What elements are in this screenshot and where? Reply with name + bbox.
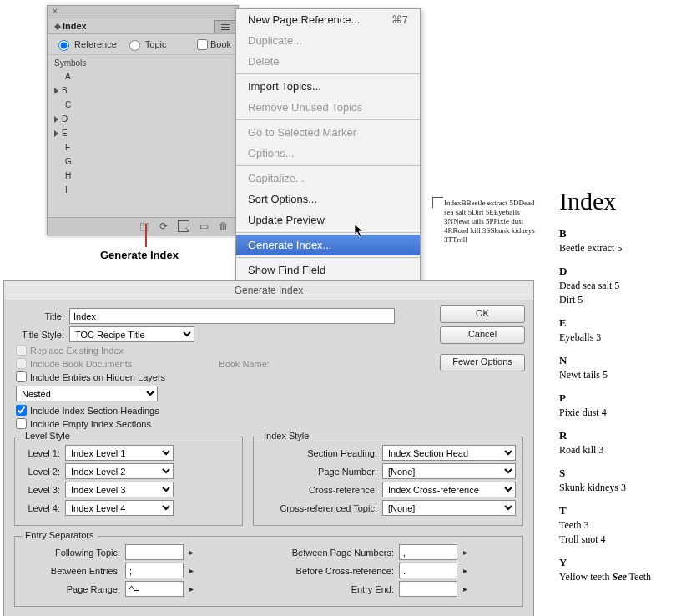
letter-label: D	[62, 114, 68, 124]
layout-select[interactable]: Nested	[16, 386, 158, 401]
page-number-label: Page Number:	[260, 467, 382, 477]
between-entries-menu[interactable]: ▸	[185, 563, 197, 578]
menu-item-label: Sort Options...	[248, 193, 317, 205]
index-section-heading: D	[559, 265, 676, 278]
letter-row-E[interactable]: E	[54, 126, 238, 140]
index-entry: Pixie dust 4	[559, 406, 676, 419]
symbols-header: Symbols	[54, 57, 238, 69]
cursor-icon	[354, 224, 366, 239]
new-entry-icon[interactable]: ⬚	[138, 220, 149, 232]
menu-separator	[236, 232, 420, 233]
mode-book[interactable]: Book	[197, 39, 231, 50]
level2-select[interactable]: Index Level 2	[65, 463, 174, 479]
level4-label: Level 4:	[22, 503, 65, 513]
menu-separator	[236, 73, 420, 74]
cross-ref-topic-select[interactable]: [None]	[382, 500, 516, 516]
menu-item: Options...	[236, 143, 420, 164]
mode-reference[interactable]: Reference	[54, 38, 117, 51]
level1-select[interactable]: Index Level 1	[65, 445, 174, 461]
menu-item[interactable]: Import Topics...	[236, 76, 420, 97]
fewer-options-button[interactable]: Fewer Options	[440, 354, 525, 371]
index-entry: Dead sea salt 5	[559, 280, 676, 292]
index-section-heading: P	[559, 391, 676, 405]
new-icon[interactable]: ▭	[198, 220, 209, 232]
title-style-select[interactable]: TOC Recipe Title	[69, 326, 194, 342]
level-style-group: Level Style Level 1:Index Level 1 Level …	[14, 437, 243, 526]
index-entry: Teeth 3	[559, 519, 676, 532]
panel-menu-button[interactable]	[214, 20, 236, 33]
level3-select[interactable]: Index Level 3	[65, 482, 174, 497]
mode-book-check[interactable]	[197, 39, 208, 50]
cancel-button[interactable]: Cancel	[440, 326, 525, 344]
page-range-menu[interactable]: ▸	[185, 582, 197, 596]
title-input[interactable]	[69, 308, 395, 324]
expand-icon[interactable]	[54, 88, 58, 94]
letter-row-B[interactable]: B	[54, 83, 238, 98]
letter-label: A	[65, 72, 71, 81]
before-cross-input[interactable]	[399, 563, 457, 578]
excerpt-text: IndexBBeetle extract 5DDead sea salt 5Di…	[444, 199, 535, 244]
menu-item-label: Delete	[248, 55, 280, 68]
menu-item-label: Duplicate...	[248, 34, 302, 47]
letter-row-C[interactable]: C	[54, 98, 238, 112]
menu-item[interactable]: Sort Options...	[236, 189, 420, 210]
index-entry: Troll snot 4	[559, 533, 676, 546]
panel-mode-row: Reference Topic Book	[48, 34, 238, 55]
letter-label: I	[65, 185, 68, 194]
letter-label: F	[65, 143, 70, 152]
mode-book-label: Book	[210, 39, 231, 49]
index-section-heading: N	[559, 354, 676, 367]
ok-button[interactable]: OK	[440, 305, 525, 323]
following-topic-input[interactable]	[125, 544, 184, 560]
page-number-select[interactable]: [None]	[382, 463, 516, 479]
mode-topic[interactable]: Topic	[125, 38, 167, 51]
between-pages-input[interactable]	[399, 544, 457, 560]
level4-select[interactable]: Index Level 4	[65, 500, 174, 516]
cross-reference-select[interactable]: Index Cross-reference	[382, 482, 516, 497]
letter-row-F[interactable]: F	[54, 140, 238, 154]
letter-row-G[interactable]: G	[54, 154, 238, 169]
letter-row-D[interactable]: D	[54, 112, 238, 126]
letter-row-I[interactable]: I	[54, 183, 238, 197]
following-topic-menu[interactable]: ▸	[185, 545, 197, 559]
menu-item[interactable]: Show Find Field	[236, 260, 420, 280]
letter-row-H[interactable]: H	[54, 169, 238, 183]
menu-item[interactable]: Generate Index...	[236, 235, 420, 255]
include-hidden-label: Include Entries on Hidden Layers	[30, 372, 165, 382]
generate-index-caption: Generate Index	[100, 249, 179, 261]
between-entries-input[interactable]	[125, 563, 184, 578]
include-book-check	[16, 358, 27, 369]
section-heading-select[interactable]: Index Section Head	[382, 445, 516, 461]
include-headings-check[interactable]	[16, 405, 27, 416]
page-range-label: Page Range:	[22, 584, 125, 594]
panel-tab-label: Index	[63, 21, 87, 31]
menu-item-label: Capitalize...	[248, 172, 305, 184]
rendered-title: Index	[559, 187, 676, 215]
entry-end-menu[interactable]: ▸	[459, 582, 471, 596]
refresh-icon[interactable]: ⟳	[158, 220, 169, 232]
include-hidden-check[interactable]	[16, 371, 27, 382]
entry-end-input[interactable]	[399, 581, 457, 597]
generate-icon[interactable]: ↘	[178, 220, 189, 232]
entry-separators-legend: Entry Separators	[22, 530, 98, 540]
menu-item: Go to Selected Marker	[236, 122, 420, 143]
diamond-icon	[54, 20, 61, 27]
index-entry: Beetle extract 5	[559, 242, 676, 255]
before-cross-menu[interactable]: ▸	[459, 563, 471, 578]
trash-icon[interactable]: 🗑	[218, 220, 230, 232]
between-pages-menu[interactable]: ▸	[459, 545, 471, 559]
panel-collapse-icon[interactable]: ×	[51, 8, 59, 16]
menu-shortcut: ⌘7	[391, 13, 408, 26]
mode-topic-radio[interactable]	[129, 40, 140, 51]
page-range-input[interactable]	[125, 581, 184, 597]
menu-item[interactable]: New Page Reference...⌘7	[236, 9, 420, 30]
expand-icon[interactable]	[54, 130, 58, 137]
mode-reference-radio[interactable]	[58, 40, 69, 51]
letter-label: E	[62, 129, 68, 138]
level1-label: Level 1:	[22, 448, 65, 458]
menu-item[interactable]: Update Preview	[236, 210, 420, 230]
letter-row-A[interactable]: A	[54, 69, 238, 83]
include-empty-check[interactable]	[16, 418, 27, 429]
expand-icon[interactable]	[54, 116, 58, 123]
panel-tab[interactable]: Index	[48, 18, 238, 34]
